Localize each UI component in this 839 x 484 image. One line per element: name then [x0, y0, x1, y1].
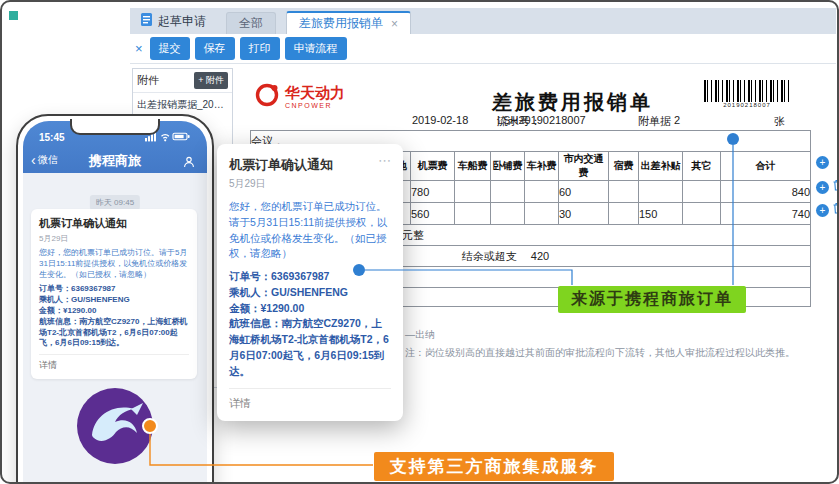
logo-ring-icon	[254, 82, 280, 112]
draft-application-menu[interactable]: 起草申请	[130, 8, 216, 34]
document-icon	[140, 12, 153, 30]
logo-name: 华天动力	[285, 85, 345, 100]
row2-controls: +	[816, 201, 839, 219]
save-button[interactable]: 保存	[195, 37, 235, 60]
col-city-transport: 市内交通费	[559, 152, 609, 181]
popup-date: 5月29日	[229, 177, 391, 191]
message-date: 5月29日	[39, 233, 189, 244]
popup-fields: 订单号：6369367987 乘机人：GU/SHENFENG 金额：¥1290.…	[229, 269, 391, 379]
add-attachment-button[interactable]: + 附件	[194, 72, 228, 89]
tab-expense-form[interactable]: 差旅费用报销单 ×	[286, 11, 411, 34]
submit-button[interactable]: 提交	[150, 37, 190, 60]
col-vehicle-subsidy: 车补费	[525, 152, 559, 181]
barcode-number: 20190218007	[704, 102, 790, 108]
col-bus-fare: 车船费	[455, 152, 491, 181]
tab-bar: 起草申请 全部 差旅费用报销单 ×	[130, 8, 836, 35]
close-icon[interactable]: ×	[391, 17, 398, 31]
message-popup: 机票订单确认通知 ⋯ 5月29日 您好，您的机票订单已成功订位。请于5月31日1…	[217, 144, 403, 421]
attachments-title: 附件	[137, 73, 159, 88]
toolbar: × 提交 保存 打印 申请流程	[130, 34, 836, 64]
barcode-stripes	[704, 80, 790, 102]
col-travel-allowance: 出差补贴	[639, 152, 683, 181]
workflow-button[interactable]: 申请流程	[285, 37, 347, 60]
balance-value: 420	[531, 250, 549, 262]
logo-anchor-dot	[142, 418, 158, 434]
col-total: 合计	[721, 152, 811, 181]
barcode: 20190218007	[704, 80, 790, 108]
integration-banner: 支持第三方商旅集成服务	[374, 452, 614, 481]
col-other: 其它	[683, 152, 721, 181]
tab-all[interactable]: 全部	[226, 12, 276, 34]
source-annotation: 来源于携程商旅订单	[558, 286, 746, 313]
more-icon[interactable]: ⋯	[378, 156, 391, 166]
phone-notch	[70, 119, 160, 135]
row1-trash-icon[interactable]	[832, 178, 839, 196]
company-logo: 华天动力 CNPOWER	[254, 82, 345, 112]
form-note-1: —出纳	[405, 328, 435, 342]
popup-title: 机票订单确认通知	[229, 156, 333, 174]
chat-title: 携程商旅	[23, 152, 207, 170]
details-link[interactable]: 详情	[39, 355, 189, 372]
status-time: 15:45	[39, 132, 65, 143]
form-anchor-dot	[727, 133, 739, 145]
tab-expense-form-label: 差旅费用报销单	[299, 15, 383, 32]
form-title: 差旅费用报销单	[492, 89, 653, 116]
popup-body: 您好，您的机票订单已成功订位。请于5月31日15:11前提供授权，以免机位或价格…	[229, 199, 391, 262]
popup-anchor-dot	[353, 264, 365, 276]
phone-mockup: 15:45 ‹ 微信 携程商旅 昨天 09:45	[16, 114, 214, 484]
tab-all-label: 全部	[239, 15, 263, 32]
row2-trash-icon[interactable]	[832, 201, 839, 219]
col-lodging: 宿费	[609, 152, 639, 181]
message-body: 您好，您的机票订单已成功订位。请于5月31日15:11前提供授权，以免机位或价格…	[39, 248, 189, 280]
app-window: 起草申请 全部 差旅费用报销单 × × 提交 保存 打印 申请流程 附件 + 附…	[0, 0, 839, 484]
balance-label: 结余或超支	[462, 250, 517, 262]
chat-timestamp: 昨天 09:45	[90, 195, 140, 210]
form-note-2: 注：岗位级别高的直接越过其前面的审批流程向下流转，其他人审批流程过程以此类推。	[405, 346, 795, 360]
message-title: 机票订单确认通知	[39, 216, 189, 231]
row1-controls: +	[816, 178, 839, 196]
message-fields: 订单号：6369367987 乘机人：GU/SHENFENG 金额：¥1290.…	[39, 284, 189, 349]
form-info-row: 2019-02-18 流水号：LSH20190218007 附单据 2 张	[242, 114, 834, 130]
add-row-icon[interactable]: +	[816, 156, 829, 169]
contact-icon[interactable]	[183, 154, 195, 172]
collapse-icon[interactable]: ×	[135, 41, 143, 56]
corner-mark	[9, 11, 18, 20]
form-date[interactable]: 2019-02-18	[412, 114, 468, 126]
popup-details-link[interactable]: 详情	[229, 389, 391, 411]
add-row-control: +	[816, 156, 829, 169]
col-airfare: 机票费	[411, 152, 455, 181]
phone-screen: 15:45 ‹ 微信 携程商旅 昨天 09:45	[23, 121, 207, 484]
logo-subtitle: CNPOWER	[285, 102, 345, 109]
receipts-label: 附单据	[638, 114, 671, 129]
row1-add-icon[interactable]: +	[816, 181, 829, 194]
receipts-count[interactable]: 2	[674, 114, 680, 126]
print-button[interactable]: 打印	[240, 37, 280, 60]
message-card[interactable]: 机票订单确认通知 5月29日 您好，您的机票订单已成功订位。请于5月31日15:…	[31, 209, 197, 379]
col-sleeper-fare: 卧铺费	[491, 152, 525, 181]
row2-add-icon[interactable]: +	[816, 204, 829, 217]
receipts-unit: 张	[774, 114, 785, 129]
menu-label: 起草申请	[158, 13, 206, 30]
